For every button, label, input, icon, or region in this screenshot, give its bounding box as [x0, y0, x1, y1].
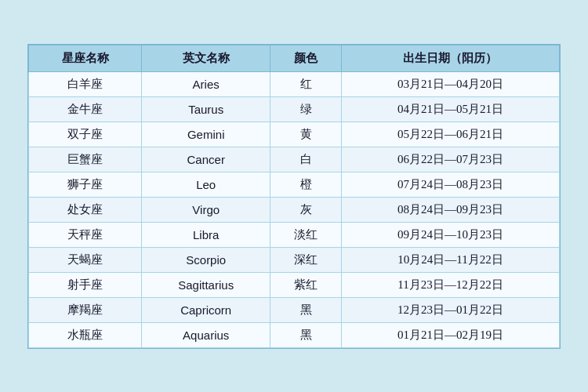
- cell-english-name: Leo: [142, 172, 270, 197]
- cell-birthdate: 03月21日—04月20日: [341, 71, 559, 96]
- cell-birthdate: 12月23日—01月22日: [341, 297, 559, 322]
- cell-birthdate: 01月21日—02月19日: [341, 322, 559, 347]
- cell-chinese-name: 金牛座: [29, 96, 142, 122]
- cell-chinese-name: 摩羯座: [29, 297, 142, 322]
- cell-color: 白: [270, 147, 342, 172]
- cell-english-name: Scorpio: [142, 247, 270, 272]
- table-body: 白羊座Aries红03月21日—04月20日金牛座Taurus绿04月21日—0…: [29, 71, 560, 347]
- cell-birthdate: 04月21日—05月21日: [341, 96, 559, 122]
- cell-birthdate: 06月22日—07月23日: [341, 147, 559, 172]
- cell-english-name: Virgo: [142, 197, 270, 222]
- header-birthdate: 出生日期（阳历）: [341, 45, 559, 71]
- cell-color: 绿: [270, 96, 342, 122]
- zodiac-table: 星座名称 英文名称 颜色 出生日期（阳历） 白羊座Aries红03月21日—04…: [28, 45, 560, 348]
- cell-chinese-name: 水瓶座: [29, 322, 142, 347]
- cell-chinese-name: 处女座: [29, 197, 142, 222]
- cell-color: 淡红: [270, 222, 342, 247]
- table-row: 天秤座Libra淡红09月24日—10月23日: [29, 222, 560, 247]
- cell-birthdate: 05月22日—06月21日: [341, 122, 559, 147]
- header-english-name: 英文名称: [142, 45, 270, 71]
- table-row: 双子座Gemini黄05月22日—06月21日: [29, 122, 560, 147]
- cell-color: 黑: [270, 297, 342, 322]
- cell-english-name: Cancer: [142, 147, 270, 172]
- cell-color: 橙: [270, 172, 342, 197]
- cell-english-name: Aquarius: [142, 322, 270, 347]
- cell-chinese-name: 巨蟹座: [29, 147, 142, 172]
- cell-birthdate: 07月24日—08月23日: [341, 172, 559, 197]
- cell-english-name: Libra: [142, 222, 270, 247]
- cell-birthdate: 11月23日—12月22日: [341, 272, 559, 297]
- table-header-row: 星座名称 英文名称 颜色 出生日期（阳历）: [29, 45, 560, 71]
- cell-color: 灰: [270, 197, 342, 222]
- cell-chinese-name: 双子座: [29, 122, 142, 147]
- table-row: 金牛座Taurus绿04月21日—05月21日: [29, 96, 560, 122]
- cell-chinese-name: 狮子座: [29, 172, 142, 197]
- table-row: 白羊座Aries红03月21日—04月20日: [29, 71, 560, 96]
- cell-color: 红: [270, 71, 342, 96]
- cell-color: 黄: [270, 122, 342, 147]
- cell-chinese-name: 射手座: [29, 272, 142, 297]
- cell-chinese-name: 白羊座: [29, 71, 142, 96]
- table-row: 处女座Virgo灰08月24日—09月23日: [29, 197, 560, 222]
- cell-chinese-name: 天蝎座: [29, 247, 142, 272]
- table-row: 狮子座Leo橙07月24日—08月23日: [29, 172, 560, 197]
- cell-color: 黑: [270, 322, 342, 347]
- cell-chinese-name: 天秤座: [29, 222, 142, 247]
- cell-birthdate: 10月24日—11月22日: [341, 247, 559, 272]
- cell-birthdate: 08月24日—09月23日: [341, 197, 559, 222]
- header-chinese-name: 星座名称: [29, 45, 142, 71]
- table-row: 射手座Sagittarius紫红11月23日—12月22日: [29, 272, 560, 297]
- cell-english-name: Aries: [142, 71, 270, 96]
- cell-english-name: Taurus: [142, 96, 270, 122]
- zodiac-table-container: 星座名称 英文名称 颜色 出生日期（阳历） 白羊座Aries红03月21日—04…: [27, 44, 561, 349]
- cell-birthdate: 09月24日—10月23日: [341, 222, 559, 247]
- table-row: 巨蟹座Cancer白06月22日—07月23日: [29, 147, 560, 172]
- cell-english-name: Gemini: [142, 122, 270, 147]
- table-row: 天蝎座Scorpio深红10月24日—11月22日: [29, 247, 560, 272]
- header-color: 颜色: [270, 45, 342, 71]
- cell-english-name: Sagittarius: [142, 272, 270, 297]
- table-row: 摩羯座Capricorn黑12月23日—01月22日: [29, 297, 560, 322]
- cell-english-name: Capricorn: [142, 297, 270, 322]
- table-row: 水瓶座Aquarius黑01月21日—02月19日: [29, 322, 560, 347]
- cell-color: 紫红: [270, 272, 342, 297]
- cell-color: 深红: [270, 247, 342, 272]
